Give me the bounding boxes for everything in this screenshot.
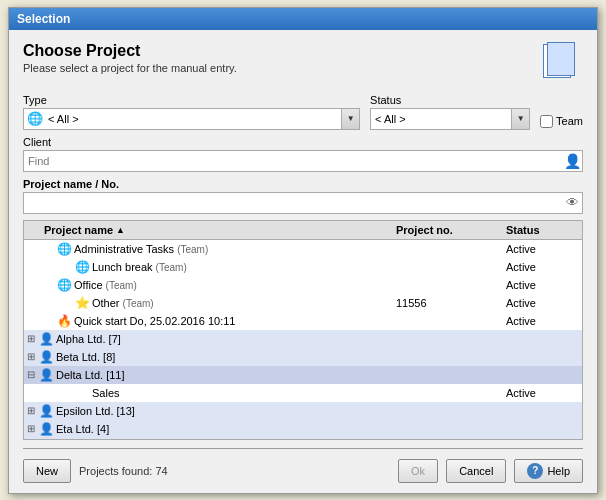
row-label: Eta Ltd. [4] [54,423,392,435]
row-label: Alpha Ltd. [7] [54,333,392,345]
client-input[interactable] [24,155,562,167]
team-label: Team [556,115,583,127]
person-icon: 👤 [38,422,54,436]
ok-button[interactable]: Ok [398,459,438,483]
star-icon: ⭐ [74,296,90,310]
header-area: Choose Project Please select a project f… [23,42,583,84]
dialog-title: Selection [17,12,70,26]
table-header: Project name ▲ Project no. Status [24,221,582,240]
row-label: Administrative Tasks (Team) [72,243,392,255]
team-checkbox[interactable] [540,115,553,128]
help-button[interactable]: ? Help [514,459,583,483]
row-status: Active [502,297,582,309]
titlebar: Selection [9,8,597,30]
team-tag: (Team) [106,280,137,291]
row-label: Epsilon Ltd. [13] [54,405,392,417]
client-label: Client [23,136,583,148]
table-row[interactable]: 🌐Office (Team)Active [24,276,582,294]
filter-row: Type 🌐 < All > ▼ Status < All > ▼ Team [23,94,583,130]
team-tag: (Team) [156,262,187,273]
table-row[interactable]: 🔥Quick start Do, 25.02.2016 10:11Active [24,312,582,330]
project-table: Project name ▲ Project no. Status 🌐Admin… [23,220,583,440]
status-dropdown-btn[interactable]: ▼ [511,109,529,129]
table-row[interactable]: ⊟👤Delta Ltd. [11] [24,366,582,384]
status-value: < All > [371,113,511,125]
expand-icon[interactable]: ⊞ [24,423,38,434]
globe-icon: 🌐 [74,260,90,274]
person-icon: 👤 [38,368,54,382]
sort-arrow-icon: ▲ [116,225,125,235]
table-row[interactable]: ⊞👤Alpha Ltd. [7] [24,330,582,348]
collapse-icon[interactable]: ⊟ [24,369,38,380]
project-name-label: Project name / No. [23,178,583,190]
table-row[interactable]: ⊞👤Epsilon Ltd. [13] [24,402,582,420]
table-row[interactable]: 🌐Administrative Tasks (Team)Active [24,240,582,258]
dialog-content: Choose Project Please select a project f… [9,30,597,493]
cancel-button[interactable]: Cancel [446,459,506,483]
copy-documents-icon [541,42,577,80]
status-label: Status [370,94,530,106]
status-select-wrapper[interactable]: < All > ▼ [370,108,530,130]
row-status: Active [502,279,582,291]
type-dropdown-btn[interactable]: ▼ [341,109,359,129]
team-tag: (Team) [123,298,154,309]
row-status: Active [502,315,582,327]
row-label: Beta Ltd. [8] [54,351,392,363]
header-text: Choose Project Please select a project f… [23,42,237,74]
dialog-header: Choose Project [23,42,237,60]
help-label: Help [547,465,570,477]
row-label: Quick start Do, 25.02.2016 10:11 [72,315,392,327]
table-row[interactable]: SalesActive [24,384,582,402]
client-input-wrapper: 👤 [23,150,583,172]
team-checkbox-group[interactable]: Team [540,115,583,130]
col-header-project-name: Project name ▲ [24,224,392,236]
col-header-status: Status [502,224,582,236]
table-body[interactable]: 🌐Administrative Tasks (Team)Active🌐Lunch… [24,240,582,439]
fire-icon: 🔥 [56,314,72,328]
globe-icon: 🌐 [56,278,72,292]
row-status: Active [502,387,582,399]
globe-icon: 🌐 [56,242,72,256]
dialog: Selection Choose Project Please select a… [8,7,598,494]
person-icon: 👤 [38,404,54,418]
col-header-project-no: Project no. [392,224,502,236]
table-row[interactable]: ⊞👤Eta Ltd. [4] [24,420,582,438]
type-label: Type [23,94,360,106]
row-status: Active [502,261,582,273]
row-status: Active [502,243,582,255]
row-label: Other (Team) [90,297,392,309]
expand-icon[interactable]: ⊞ [24,333,38,344]
person-icon: 👤 [38,350,54,364]
expand-icon[interactable]: ⊞ [24,405,38,416]
project-name-input[interactable] [24,197,562,209]
project-name-row: Project name / No. 👁 [23,178,583,214]
project-name-input-wrapper: 👁 [23,192,583,214]
help-circle-icon: ? [527,463,543,479]
row-label: Delta Ltd. [11] [54,369,392,381]
row-label: Lunch break (Team) [90,261,392,273]
team-tag: (Team) [177,244,208,255]
table-row[interactable]: ⊞👤Gamma Ltd. [9] [24,438,582,439]
person-icon: 👤 [38,332,54,346]
expand-icon[interactable]: ⊞ [24,351,38,362]
new-button[interactable]: New [23,459,71,483]
divider [23,448,583,449]
row-label: Sales [90,387,392,399]
projects-found-label: Projects found: 74 [79,465,390,477]
row-label: Office (Team) [72,279,392,291]
type-select-wrapper[interactable]: 🌐 < All > ▼ [23,108,360,130]
status-filter-group: Status < All > ▼ [370,94,530,130]
table-row[interactable]: ⭐Other (Team)11556Active [24,294,582,312]
type-filter-group: Type 🌐 < All > ▼ [23,94,360,130]
visibility-icon: 👁 [562,193,582,213]
dialog-subtitle: Please select a project for the manual e… [23,62,237,74]
row-project-no: 11556 [392,297,502,309]
header-icon-area [541,42,583,84]
table-row[interactable]: ⊞👤Beta Ltd. [8] [24,348,582,366]
type-value: < All > [46,113,341,125]
bottom-bar: New Projects found: 74 Ok Cancel ? Help [23,455,583,485]
client-row: Client 👤 [23,136,583,172]
globe-icon: 🌐 [26,110,44,128]
table-row[interactable]: 🌐Lunch break (Team)Active [24,258,582,276]
person-search-icon: 👤 [562,151,582,171]
